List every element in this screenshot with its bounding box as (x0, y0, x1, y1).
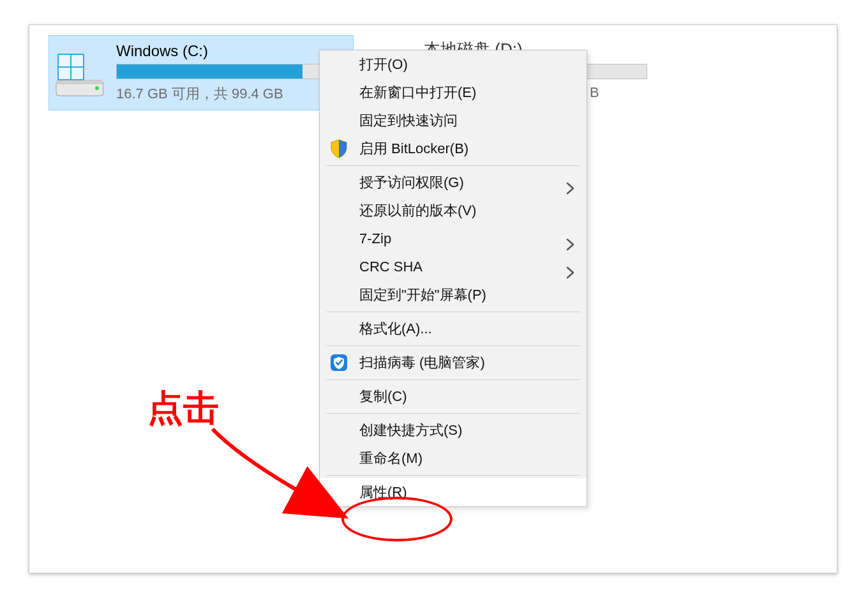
menu-item-13[interactable]: 扫描病毒 (电脑管家) (320, 349, 587, 377)
shield-icon (329, 139, 349, 159)
svg-rect-1 (59, 55, 70, 66)
menu-item-label: 固定到快速访问 (359, 112, 458, 128)
menu-item-label: 创建快捷方式(S) (359, 422, 462, 438)
drive-context-menu: 打开(O)在新窗口中打开(E)固定到快速访问启用 BitLocker(B)授予访… (319, 50, 587, 507)
svg-rect-3 (59, 68, 70, 79)
chevron-right-icon (566, 260, 575, 273)
menu-item-label: 重命名(M) (359, 450, 423, 466)
annotation-arrow (207, 425, 345, 527)
menu-item-0[interactable]: 打开(O) (320, 50, 587, 79)
menu-separator (326, 413, 580, 414)
menu-item-label: 在新窗口中打开(E) (359, 84, 476, 100)
menu-item-label: 扫描病毒 (电脑管家) (359, 354, 485, 370)
drive-c-info: 16.7 GB 可用，共 99.4 GB (116, 84, 283, 103)
menu-separator (326, 379, 580, 380)
menu-separator (326, 312, 580, 312)
menu-item-11[interactable]: 格式化(A)... (320, 315, 587, 343)
menu-item-15[interactable]: 复制(C) (320, 382, 587, 411)
chevron-right-icon (566, 232, 575, 245)
menu-item-label: 授予访问权限(G) (359, 174, 464, 190)
menu-item-label: 格式化(A)... (359, 321, 432, 336)
drive-c-usage-bar (116, 64, 341, 79)
menu-item-label: CRC SHA (359, 259, 423, 275)
menu-item-18[interactable]: 重命名(M) (320, 444, 587, 472)
annotation-circle (341, 497, 453, 541)
menu-separator (326, 165, 580, 166)
menu-item-9[interactable]: 固定到"开始"屏幕(P) (320, 281, 587, 309)
menu-item-3[interactable]: 启用 BitLocker(B) (320, 135, 587, 163)
menu-item-7[interactable]: 7-Zip (320, 225, 587, 253)
menu-item-label: 固定到"开始"屏幕(P) (359, 287, 486, 303)
menu-item-5[interactable]: 授予访问权限(G) (320, 169, 587, 197)
menu-item-label: 启用 BitLocker(B) (359, 140, 468, 156)
drive-c-usage-fill (117, 64, 303, 79)
drive-d-info-fragment: B (590, 84, 599, 101)
menu-item-label: 7-Zip (359, 230, 391, 246)
menu-item-8[interactable]: CRC SHA (320, 253, 587, 281)
menu-separator (326, 345, 580, 346)
drive-icon (55, 50, 106, 98)
guard-icon (329, 352, 349, 373)
menu-item-label: 还原以前的版本(V) (359, 202, 476, 218)
chevron-right-icon (566, 176, 575, 189)
svg-point-7 (95, 86, 99, 90)
menu-item-6[interactable]: 还原以前的版本(V) (320, 197, 587, 225)
menu-item-2[interactable]: 固定到快速访问 (320, 107, 587, 135)
svg-rect-4 (71, 68, 83, 79)
menu-item-17[interactable]: 创建快捷方式(S) (320, 416, 587, 444)
svg-rect-6 (56, 80, 103, 84)
menu-item-label: 复制(C) (359, 388, 407, 404)
menu-item-1[interactable]: 在新窗口中打开(E) (320, 79, 587, 107)
drive-c-label: Windows (C:) (116, 42, 208, 60)
menu-separator (326, 475, 580, 476)
svg-rect-2 (71, 55, 83, 66)
menu-item-label: 打开(O) (359, 56, 408, 72)
